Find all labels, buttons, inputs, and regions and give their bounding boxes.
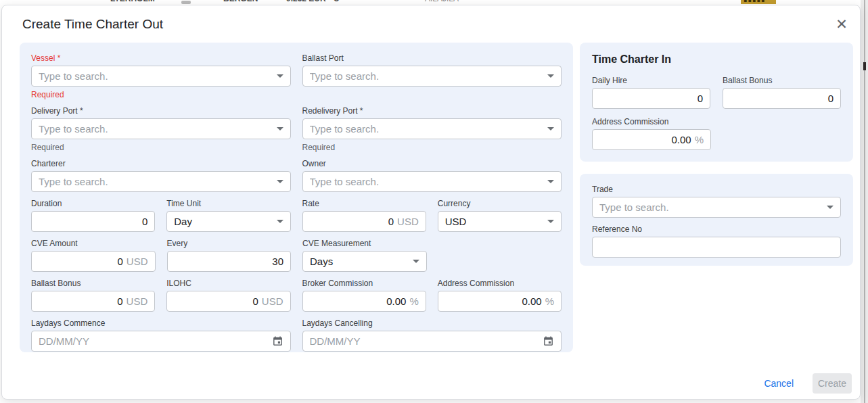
charterer-label: Charterer	[31, 159, 291, 168]
background-text-fragment: LTERHOLM	[110, 0, 155, 3]
delivery-port-label: Delivery Port *	[31, 106, 291, 116]
ballast-bonus-currency-suffix: USD	[127, 295, 148, 307]
laydays-cancelling-placeholder: DD/MM/YY	[310, 335, 538, 347]
create-button[interactable]: Create	[813, 373, 852, 394]
background-text-fragment: 9.252 EUR	[286, 0, 326, 3]
ballast-bonus-input[interactable]: 0 USD	[31, 291, 155, 312]
vessel-search-select[interactable]: Type to search.	[31, 66, 291, 87]
ballast-port-search-select[interactable]: Type to search.	[302, 66, 562, 87]
address-commission-value: 0.00	[522, 295, 541, 307]
scrollbar-track	[864, 0, 865, 403]
laydays-cancelling-label: Laydays Cancelling	[302, 318, 562, 328]
laydays-commence-placeholder: DD/MM/YY	[39, 335, 267, 347]
background-page-strip: LTERHOLM BERGEN 9.252 EUR U AILAJILA ▮▮▮…	[0, 0, 868, 5]
scrollbar-thumb[interactable]	[863, 62, 866, 70]
field-broker-commission: Broker Commission 0.00 %	[302, 279, 426, 312]
address-commission-input[interactable]: 0.00 %	[438, 291, 562, 312]
ballast-bonus-label: Ballast Bonus	[31, 279, 155, 288]
chevron-down-icon	[547, 180, 554, 183]
laydays-commence-label: Laydays Commence	[31, 318, 291, 328]
tcin-address-commission-input[interactable]: 0.00 %	[592, 129, 711, 150]
vessel-label: Vessel *	[31, 53, 291, 63]
field-duration: Duration 0	[31, 199, 155, 232]
time-charter-in-panel: Time Charter In Daily Hire 0 Ballast Bon…	[580, 43, 853, 162]
calendar-icon[interactable]	[272, 335, 283, 347]
time-charter-in-heading: Time Charter In	[592, 53, 841, 66]
cve-amount-label: CVE Amount	[31, 239, 156, 248]
charterer-search-select[interactable]: Type to search.	[31, 171, 291, 192]
chevron-down-icon	[547, 74, 554, 78]
field-redelivery-port: Redelivery Port * Type to search. Requir…	[302, 106, 562, 152]
every-label: Every	[167, 239, 292, 248]
field-ballast-port: Ballast Port Type to search.	[302, 53, 562, 99]
laydays-commence-date-input[interactable]: DD/MM/YY	[31, 331, 291, 352]
trade-search-select[interactable]: Type to search.	[592, 197, 841, 218]
tcin-ballast-bonus-value: 0	[828, 93, 833, 104]
owner-label: Owner	[302, 159, 562, 168]
field-tcin-address-commission: Address Commission 0.00 %	[592, 117, 711, 150]
field-daily-hire: Daily Hire 0	[592, 76, 710, 109]
background-text-fragment: BERGEN	[223, 0, 258, 3]
duration-input[interactable]: 0	[31, 211, 155, 232]
trade-panel: Trade Type to search. Reference No	[580, 174, 853, 266]
every-input[interactable]: 30	[167, 251, 292, 272]
cve-measurement-select[interactable]: Days	[302, 251, 427, 272]
chevron-down-icon	[827, 206, 833, 209]
field-cve-measurement: CVE Measurement Days	[302, 239, 427, 272]
form-row: Charterer Type to search. Owner Type to …	[31, 159, 562, 192]
currency-select[interactable]: USD	[438, 211, 562, 232]
cve-measurement-value: Days	[310, 256, 407, 267]
form-row: Delivery Port * Type to search. Required…	[31, 106, 562, 152]
charter-out-form-panel: Vessel * Type to search. Required Ballas…	[20, 43, 573, 352]
field-tcin-ballast-bonus: Ballast Bonus 0	[723, 76, 841, 109]
reference-no-input[interactable]	[592, 237, 841, 258]
cve-measurement-label: CVE Measurement	[302, 239, 427, 248]
tcin-ballast-bonus-input[interactable]: 0	[723, 88, 841, 109]
close-icon[interactable]: ✕	[832, 14, 851, 33]
form-row: Ballast Bonus 0 USD ILOHC 0 USD Broker C…	[31, 279, 562, 312]
cve-amount-input[interactable]: 0 USD	[31, 251, 156, 272]
charterer-placeholder: Type to search.	[39, 176, 271, 187]
daily-hire-input[interactable]: 0	[592, 88, 710, 109]
rate-currency-suffix: USD	[397, 216, 419, 227]
dialog-footer: Cancel Create	[764, 373, 852, 394]
ilohc-input[interactable]: 0 USD	[166, 291, 290, 312]
ballast-port-placeholder: Type to search.	[310, 70, 543, 82]
tcin-ballast-bonus-label: Ballast Bonus	[723, 76, 841, 85]
form-row: Laydays Commence DD/MM/YY Laydays Cancel…	[31, 318, 562, 352]
rate-label: Rate	[302, 199, 426, 208]
cancel-button[interactable]: Cancel	[764, 378, 794, 389]
redelivery-port-label: Redelivery Port *	[302, 106, 562, 116]
trade-placeholder: Type to search.	[599, 202, 821, 213]
cve-amount-currency-suffix: USD	[127, 256, 148, 267]
daily-hire-label: Daily Hire	[592, 76, 710, 85]
chevron-down-icon	[277, 180, 283, 183]
vessel-placeholder: Type to search.	[39, 70, 271, 82]
time-unit-select[interactable]: Day	[166, 211, 290, 232]
address-commission-percent-suffix: %	[545, 295, 554, 307]
dialog-title: Create Time Charter Out	[22, 17, 163, 32]
field-address-commission: Address Commission 0.00 %	[438, 279, 562, 312]
calendar-icon[interactable]	[543, 335, 554, 347]
delivery-port-search-select[interactable]: Type to search.	[31, 118, 291, 139]
field-cve-amount: CVE Amount 0 USD	[31, 239, 156, 272]
chevron-down-icon	[277, 127, 283, 131]
delivery-port-required-helper: Required	[31, 143, 291, 152]
form-row: CVE Amount 0 USD Every 30 CVE Measuremen…	[31, 239, 562, 272]
vessel-required-helper: Required	[31, 90, 291, 99]
field-vessel: Vessel * Type to search. Required	[31, 53, 291, 99]
field-laydays-commence: Laydays Commence DD/MM/YY	[31, 318, 291, 352]
owner-search-select[interactable]: Type to search.	[302, 171, 562, 192]
every-value: 30	[272, 256, 283, 267]
field-delivery-port: Delivery Port * Type to search. Required	[31, 106, 291, 152]
background-text-fragment: AILAJILA	[425, 0, 459, 3]
field-charterer: Charterer Type to search.	[31, 159, 291, 192]
rate-input[interactable]: 0 USD	[302, 211, 426, 232]
field-trade: Trade Type to search.	[592, 185, 841, 218]
redelivery-port-search-select[interactable]: Type to search.	[302, 118, 562, 139]
laydays-cancelling-date-input[interactable]: DD/MM/YY	[302, 331, 562, 352]
ilohc-value: 0	[252, 295, 258, 307]
reference-no-label: Reference No	[592, 224, 841, 234]
broker-commission-input[interactable]: 0.00 %	[302, 291, 426, 312]
chevron-down-icon	[277, 74, 283, 78]
